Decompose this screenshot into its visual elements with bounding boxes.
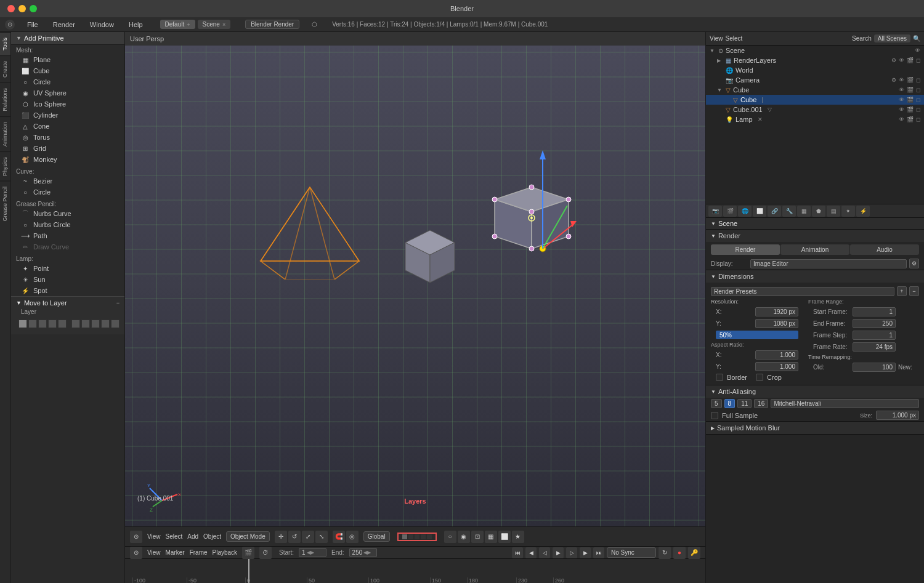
- render-tex-icon[interactable]: ▦: [485, 531, 497, 543]
- cube-sel-render-icon[interactable]: 🎬: [907, 97, 914, 103]
- frame-step-input[interactable]: 1: [853, 331, 896, 340]
- layer-cell-9[interactable]: [101, 320, 110, 328]
- cube-render-icon[interactable]: 🎬: [907, 87, 914, 93]
- render-tab-render[interactable]: Render: [711, 244, 780, 255]
- prim-cube[interactable]: ⬜ Cube: [11, 65, 124, 76]
- lamp-render-icon[interactable]: 🎬: [907, 116, 914, 123]
- motion-blur-header[interactable]: ▶ Sampled Motion Blur: [706, 422, 924, 434]
- layer-indicator-1[interactable]: [402, 534, 407, 539]
- prim-plane[interactable]: ▦ Plane: [11, 54, 124, 65]
- layer-indicator-3[interactable]: [415, 534, 419, 539]
- sync-mode-select[interactable]: No Sync: [607, 547, 656, 558]
- close-button[interactable]: [7, 5, 15, 12]
- fullscreen-button[interactable]: [30, 5, 37, 12]
- cube001-render-icon[interactable]: 🎬: [907, 107, 914, 113]
- prim-monkey[interactable]: 🐒 Monkey: [11, 154, 124, 165]
- aspect-x-input[interactable]: 1.000: [755, 350, 798, 360]
- display-settings-icon[interactable]: ⚙: [909, 259, 919, 268]
- key-icon[interactable]: 🔑: [688, 547, 700, 559]
- cube-sel-select-icon[interactable]: ◻: [916, 97, 920, 103]
- renderlayers-eye-icon[interactable]: 👁: [899, 57, 904, 63]
- render-presets-select[interactable]: Render Presets: [711, 287, 894, 296]
- viewport-icon[interactable]: ⊙: [130, 531, 142, 543]
- transform-gizmo[interactable]: [506, 144, 580, 268]
- menu-render[interactable]: Render: [51, 20, 78, 30]
- next-keyframe-button[interactable]: ▷: [566, 547, 577, 558]
- outliner-lamp[interactable]: 💡 Lamp ✕ 👁 🎬 ◻: [706, 115, 924, 124]
- layer-indicator-5[interactable]: [427, 534, 432, 539]
- aa-header[interactable]: ▼ Anti-Aliasing: [706, 385, 924, 398]
- renderlayers-select-icon[interactable]: ◻: [916, 57, 920, 63]
- render-render-icon[interactable]: ★: [512, 531, 524, 543]
- translate-tool-icon[interactable]: ✛: [275, 531, 287, 543]
- vtab-create[interactable]: Create: [0, 55, 10, 82]
- prim-nurbs-circle[interactable]: ○ Nurbs Circle: [11, 219, 124, 230]
- record-icon[interactable]: ●: [673, 547, 686, 559]
- outliner-cube-parent[interactable]: ▼ ▽ Cube 👁 🎬 ◻: [706, 85, 924, 95]
- data-prop-btn[interactable]: ▦: [797, 206, 811, 217]
- layer-cell-5[interactable]: [58, 320, 67, 328]
- layer-cell-6[interactable]: [71, 320, 80, 328]
- particles-prop-btn[interactable]: ✦: [841, 206, 855, 217]
- outliner-scene[interactable]: ▼ ⊙ Scene 👁: [706, 46, 924, 55]
- jump-start-button[interactable]: ⏮: [512, 547, 523, 558]
- object-menu[interactable]: Object: [203, 533, 221, 540]
- layer-cell-1[interactable]: [18, 320, 27, 328]
- res-x-input[interactable]: 1920 px: [755, 307, 798, 316]
- prim-bezier[interactable]: ~ Bezier: [11, 175, 124, 187]
- prim-point[interactable]: ✦ Point: [11, 263, 124, 274]
- layer-cell-10[interactable]: [111, 320, 120, 328]
- all-scenes-selector[interactable]: All Scenes: [874, 34, 910, 42]
- render-tab-animation[interactable]: Animation: [780, 244, 849, 255]
- prim-circle[interactable]: ○ Circle: [11, 76, 124, 87]
- workspace-default[interactable]: Default +: [160, 20, 195, 29]
- renderlayers-settings-icon[interactable]: ⚙: [891, 57, 896, 63]
- constraints-prop-btn[interactable]: 🔗: [768, 206, 781, 217]
- triangle-object[interactable]: [248, 181, 371, 281]
- select-menu[interactable]: Select: [166, 533, 183, 540]
- end-frame-input-prop[interactable]: 250: [853, 319, 896, 328]
- layer-indicator-2[interactable]: [408, 534, 413, 539]
- lamp-eye-icon[interactable]: 👁: [899, 116, 904, 123]
- camera-render-icon[interactable]: 🎬: [907, 77, 914, 83]
- sync-icon[interactable]: ↻: [659, 547, 671, 559]
- scene-eye-icon[interactable]: 👁: [915, 47, 920, 54]
- blender-logo-icon[interactable]: ⊙: [5, 20, 15, 30]
- timeline-anim-icon[interactable]: 🎬: [242, 547, 254, 559]
- prim-spot[interactable]: ⚡ Spot: [11, 285, 124, 296]
- prim-cylinder[interactable]: ⬛ Cylinder: [11, 110, 124, 121]
- render-visible-icon[interactable]: ○: [444, 531, 456, 543]
- minimize-button[interactable]: [18, 5, 26, 12]
- presets-add-icon[interactable]: +: [897, 286, 907, 296]
- renderlayers-render-icon[interactable]: 🎬: [907, 57, 914, 63]
- layer-cell-3[interactable]: [38, 320, 47, 328]
- transform-tool-icon[interactable]: ⤡: [315, 531, 328, 543]
- lamp-select-icon[interactable]: ◻: [916, 116, 920, 123]
- render-wire-icon[interactable]: ⊡: [471, 531, 484, 543]
- prim-torus[interactable]: ◎ Torus: [11, 132, 124, 143]
- physics-prop-btn[interactable]: ⚡: [856, 206, 870, 217]
- timeline-header-icon[interactable]: ⊙: [130, 547, 142, 559]
- aa-5-btn[interactable]: 5: [711, 399, 722, 408]
- viewport-canvas[interactable]: X Y Z (1) Cube.001 Layers: [125, 46, 705, 526]
- remap-old-input[interactable]: 100: [853, 363, 896, 372]
- world-prop-btn[interactable]: 🌐: [738, 206, 752, 217]
- vtab-grease-pencil[interactable]: Grease Pencil: [0, 181, 10, 227]
- prim-cone[interactable]: △ Cone: [11, 121, 124, 132]
- outliner-world[interactable]: 🌐 World: [706, 65, 924, 75]
- prim-nurbs-curve[interactable]: ⌒ Nurbs Curve: [11, 208, 124, 219]
- camera-select-icon[interactable]: ◻: [916, 77, 920, 83]
- outliner-search-icon[interactable]: 🔍: [913, 35, 920, 42]
- res-pct-bar[interactable]: 50%: [716, 331, 798, 339]
- render-prop-btn[interactable]: 📷: [708, 206, 722, 217]
- render-engine-selector[interactable]: Blender Render: [245, 20, 299, 29]
- layer-cell-4[interactable]: [48, 320, 57, 328]
- 3d-viewport[interactable]: User Persp: [125, 32, 705, 546]
- render-section-header[interactable]: ▼ Render: [706, 230, 924, 242]
- outliner-cube-001[interactable]: ▽ Cube.001 ▽ 👁 🎬 ◻: [706, 105, 924, 115]
- layer-cell-7[interactable]: [81, 320, 90, 328]
- camera-settings-icon[interactable]: ⚙: [891, 77, 896, 83]
- prim-curve-circle[interactable]: ○ Circle: [11, 187, 124, 198]
- menu-help[interactable]: Help: [126, 20, 145, 30]
- rotate-tool-icon[interactable]: ↺: [288, 531, 301, 543]
